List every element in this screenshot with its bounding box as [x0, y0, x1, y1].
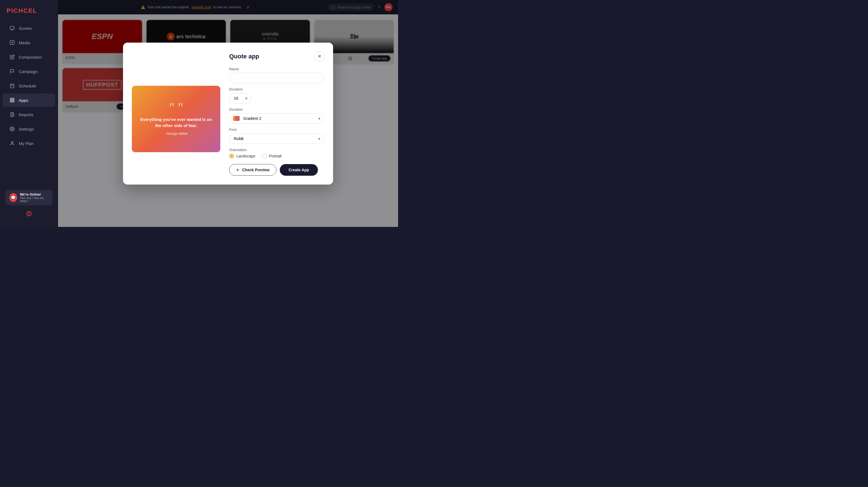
sidebar-item-screen-label: Screen — [19, 26, 32, 31]
svg-rect-13 — [13, 101, 14, 102]
chat-title: We're Online! — [20, 193, 49, 197]
schedule-icon — [9, 83, 15, 89]
sidebar-item-screen[interactable]: Screen — [3, 22, 55, 35]
composition-icon — [9, 54, 15, 60]
gradient-select-wrapper: Gradient 1 Gradient 2 Gradient 3 ▾ — [229, 113, 324, 124]
landscape-label: Landscape — [236, 154, 255, 158]
main-area: ⚠️ Your trial period has expired. upgrad… — [58, 0, 398, 227]
chat-subtitle: How may I help you today? — [20, 197, 49, 203]
name-label: Name — [229, 67, 324, 71]
sidebar-item-campaign-label: Campaign — [19, 69, 38, 74]
svg-point-4 — [12, 43, 12, 44]
quote-preview: " " Everything you've ever wanted is on … — [132, 86, 220, 152]
modal-header: Quote app ✕ — [229, 52, 324, 61]
svg-point-17 — [11, 141, 13, 143]
orientation-group: Landscape Portrait — [229, 153, 324, 159]
quote-preview-section: " " Everything you've ever wanted is on … — [132, 52, 220, 176]
portrait-radio[interactable] — [262, 153, 267, 159]
modal-close-button[interactable]: ✕ — [314, 52, 324, 61]
quote-marks: " " — [169, 103, 183, 113]
svg-rect-10 — [10, 98, 11, 99]
sidebar-collapse-button[interactable] — [3, 208, 55, 219]
name-input[interactable] — [229, 73, 324, 83]
sidebar-item-composition[interactable]: Composition — [3, 50, 55, 64]
campaign-icon — [9, 68, 15, 74]
font-select-wrapper: Rubik Arial Georgia Helvetica ▾ — [229, 133, 324, 144]
sidebar-item-apps-label: Apps — [19, 98, 28, 103]
media-icon — [9, 40, 15, 46]
modal-actions: Check Preview Create App — [229, 164, 324, 176]
modal-overlay: " " Everything you've ever wanted is on … — [58, 0, 398, 227]
sidebar-item-myplan[interactable]: My Plan — [3, 137, 55, 150]
chat-icon: 💬 — [9, 193, 17, 202]
sidebar-item-myplan-label: My Plan — [19, 141, 34, 146]
landscape-option[interactable]: Landscape — [229, 153, 255, 159]
font-label: Font — [229, 127, 324, 132]
sidebar-item-campaign[interactable]: Campaign — [3, 65, 55, 78]
svg-rect-6 — [10, 84, 14, 88]
apps-icon — [9, 97, 15, 103]
sidebar: PICHCEL Screen Media Composition Campaig… — [0, 0, 58, 227]
quote-text: Everything you've ever wanted is on the … — [140, 116, 213, 129]
back-arrow-icon — [236, 168, 240, 172]
sidebar-item-composition-label: Composition — [19, 55, 42, 59]
screen-icon — [9, 25, 15, 31]
svg-rect-11 — [13, 98, 14, 99]
chat-support[interactable]: 💬 We're Online! How may I help you today… — [5, 190, 53, 205]
svg-rect-0 — [10, 26, 14, 29]
sidebar-item-schedule-label: Schedule — [19, 84, 36, 88]
svg-point-18 — [27, 211, 32, 216]
sidebar-item-schedule[interactable]: Schedule — [3, 79, 55, 92]
modal-form: Quote app ✕ Name Duration 5 10 15 20 30 … — [229, 52, 324, 176]
svg-rect-12 — [10, 101, 11, 102]
sidebar-item-media-label: Media — [19, 40, 30, 45]
duration-select[interactable]: 5 10 15 20 30 — [229, 93, 251, 104]
myplan-icon — [9, 141, 15, 146]
logo: PICHCEL — [0, 4, 58, 21]
reports-icon — [9, 112, 15, 117]
sidebar-item-reports[interactable]: Reports — [3, 108, 55, 121]
landscape-radio[interactable] — [229, 153, 234, 159]
quote-author: - George Addair — [164, 132, 188, 136]
gradient-select[interactable]: Gradient 1 Gradient 2 Gradient 3 — [229, 113, 324, 124]
check-preview-button[interactable]: Check Preview — [229, 164, 276, 176]
create-app-button[interactable]: Create App — [280, 164, 318, 176]
quote-app-modal: " " Everything you've ever wanted is on … — [123, 42, 333, 184]
portrait-label: Portrait — [269, 154, 282, 158]
sidebar-item-media[interactable]: Media — [3, 36, 55, 49]
orientation-label: Orientation — [229, 148, 324, 152]
modal-title: Quote app — [229, 53, 259, 60]
check-preview-label: Check Preview — [242, 168, 270, 172]
sidebar-item-settings[interactable]: Settings — [3, 122, 55, 136]
font-select[interactable]: Rubik Arial Georgia Helvetica — [229, 133, 324, 144]
sidebar-item-reports-label: Reports — [19, 112, 33, 117]
bg-label: Duration — [229, 107, 324, 112]
svg-point-16 — [11, 128, 13, 130]
duration-label: Duration — [229, 87, 324, 91]
sidebar-item-settings-label: Settings — [19, 127, 34, 132]
settings-icon — [9, 126, 15, 132]
sidebar-item-apps[interactable]: Apps — [3, 93, 55, 107]
portrait-option[interactable]: Portrait — [262, 153, 282, 159]
duration-select-wrapper: 5 10 15 20 30 ▾ — [229, 93, 251, 104]
